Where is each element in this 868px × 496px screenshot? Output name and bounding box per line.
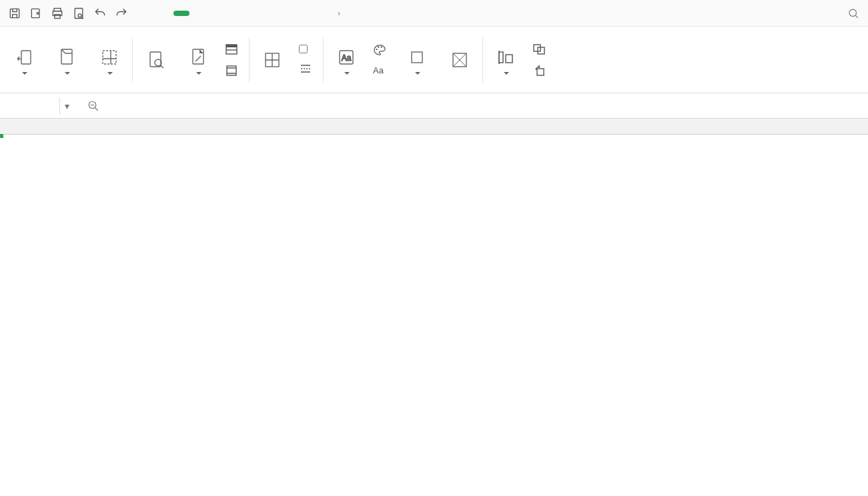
ribbon: Aa Aa <box>0 27 868 93</box>
print-title-button[interactable] <box>225 43 242 55</box>
svg-rect-0 <box>10 9 19 17</box>
column-headers <box>0 119 868 135</box>
svg-rect-17 <box>227 66 236 75</box>
svg-text:Aa: Aa <box>342 53 352 63</box>
print-preview-button[interactable] <box>134 27 177 93</box>
svg-rect-14 <box>193 49 203 64</box>
tabs-more-icon[interactable]: › <box>336 9 342 18</box>
print-icon[interactable] <box>48 4 67 23</box>
page-break-preview-icon <box>259 47 286 73</box>
effect-icon <box>404 44 430 71</box>
svg-point-23 <box>381 46 382 47</box>
svg-rect-4 <box>55 14 60 18</box>
menu-tabs: › <box>144 9 841 18</box>
redo-icon[interactable] <box>112 4 131 23</box>
insert-page-break-button[interactable] <box>299 63 316 75</box>
save-icon[interactable] <box>5 4 24 23</box>
rotate-icon <box>532 65 546 77</box>
effect-button[interactable] <box>396 27 438 93</box>
show-page-break-checkbox[interactable] <box>299 45 316 53</box>
svg-rect-16 <box>226 45 237 47</box>
theme-icon: Aa <box>333 44 360 71</box>
effect-label <box>414 71 420 76</box>
print-area-label <box>106 71 113 76</box>
titlebar: › <box>0 0 868 27</box>
title-icon <box>225 43 238 55</box>
name-box[interactable] <box>0 97 60 115</box>
bg-image-button[interactable] <box>438 27 481 93</box>
page-preview-button[interactable] <box>251 27 294 93</box>
formula-bar: ▾ <box>0 93 868 119</box>
print-scale-button[interactable] <box>177 27 220 93</box>
search-icon[interactable] <box>844 4 863 23</box>
svg-rect-10 <box>103 51 116 64</box>
group-icon <box>532 43 546 55</box>
svg-point-22 <box>378 46 379 47</box>
print-area-icon <box>96 44 123 71</box>
svg-rect-11 <box>103 51 116 64</box>
align-icon <box>492 44 519 71</box>
print-scale-label <box>195 71 201 76</box>
active-cell-selection <box>0 135 3 137</box>
print-scale-icon <box>185 44 211 71</box>
header-footer-icon <box>225 65 238 77</box>
title-headerfooter-group <box>220 43 248 77</box>
undo-icon[interactable] <box>91 4 109 23</box>
direction-label <box>21 71 27 76</box>
paper-size-label <box>63 71 70 76</box>
svg-rect-26 <box>506 55 512 63</box>
formula-input[interactable] <box>121 97 868 115</box>
header-footer-button[interactable] <box>225 65 242 77</box>
separator <box>482 37 483 83</box>
align-button[interactable] <box>484 27 527 93</box>
theme-button[interactable]: Aa <box>325 27 368 93</box>
separator <box>323 37 324 83</box>
theme-sub-group: Aa <box>368 44 396 75</box>
preview-icon[interactable] <box>69 4 88 23</box>
zoom-out-icon[interactable] <box>73 100 113 112</box>
svg-point-7 <box>849 9 857 17</box>
arrange-group <box>527 43 555 77</box>
paper-size-button[interactable] <box>45 27 88 93</box>
export-icon[interactable] <box>27 4 45 23</box>
orientation-icon <box>11 44 37 71</box>
page-size-icon <box>53 44 80 71</box>
group-button[interactable] <box>532 43 550 55</box>
svg-rect-8 <box>21 51 31 64</box>
font-button[interactable]: Aa <box>373 65 390 75</box>
direction-button[interactable] <box>3 27 45 93</box>
rotate-button[interactable] <box>532 65 550 77</box>
page-break-group <box>294 45 322 75</box>
svg-rect-27 <box>534 45 540 51</box>
theme-label <box>343 71 350 76</box>
svg-rect-29 <box>537 69 544 75</box>
tab-page-layout[interactable] <box>173 11 189 16</box>
insert-break-icon <box>299 63 312 75</box>
palette-icon <box>373 44 386 56</box>
svg-point-6 <box>78 13 81 17</box>
separator <box>249 37 250 83</box>
separator <box>132 37 133 83</box>
name-box-dropdown-icon[interactable]: ▾ <box>60 101 73 111</box>
font-icon: Aa <box>373 65 384 75</box>
svg-rect-28 <box>538 47 544 54</box>
svg-point-21 <box>376 49 377 50</box>
print-preview-icon <box>142 47 169 73</box>
print-area-button[interactable] <box>88 27 131 93</box>
show-page-break-input[interactable] <box>299 45 308 53</box>
color-button[interactable] <box>373 44 390 56</box>
svg-rect-24 <box>412 52 422 63</box>
bg-image-icon <box>446 47 473 73</box>
sheet <box>0 119 868 496</box>
align-label <box>502 71 509 76</box>
